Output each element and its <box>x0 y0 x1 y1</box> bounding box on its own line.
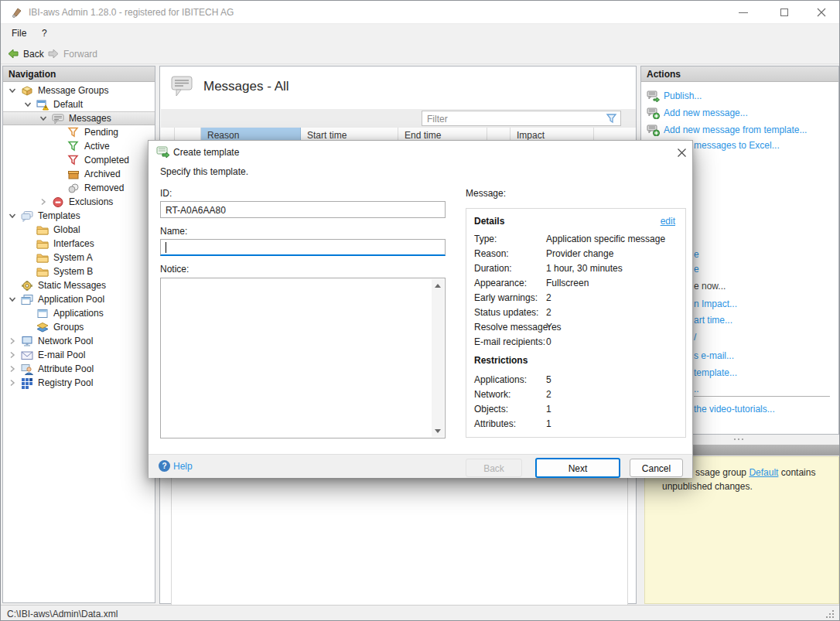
tree-item-system-b[interactable]: System B <box>3 264 155 278</box>
default-group-link[interactable]: Default <box>749 467 778 478</box>
id-label: ID: <box>160 188 172 199</box>
help-icon[interactable]: ? <box>159 460 170 472</box>
menu-help[interactable]: ? <box>42 28 47 39</box>
forward-nav-button[interactable]: Forward <box>47 46 97 61</box>
grid-icon <box>21 377 35 389</box>
filter-input[interactable]: Filter <box>422 111 621 126</box>
detail-label: Type: <box>474 234 497 244</box>
tree-item-email-pool[interactable]: E-mail Pool <box>3 348 155 362</box>
person-icon <box>21 363 35 375</box>
action-add-message-from-template[interactable]: Add new message from template... <box>641 121 838 138</box>
funnel-orange-icon <box>67 126 81 138</box>
default-group-icon <box>36 98 50 111</box>
tree-item-completed[interactable]: Completed <box>3 153 155 167</box>
folder-icon <box>36 237 50 250</box>
action-fragment-impact[interactable]: n Impact... <box>694 299 737 309</box>
tree-item-templates[interactable]: Templates <box>3 209 155 223</box>
tree-item-network-pool[interactable]: Network Pool <box>3 334 155 348</box>
navigation-header: Navigation <box>3 67 155 82</box>
notice-label: Notice: <box>160 264 189 275</box>
detail-label: Early warnings: <box>474 292 538 303</box>
resize-grip[interactable] <box>826 610 835 619</box>
tree-item-pending[interactable]: Pending <box>3 125 155 139</box>
action-fragment-start-time[interactable]: art time... <box>694 315 732 326</box>
edit-link[interactable]: edit <box>661 216 675 227</box>
tree-item-messages[interactable]: Messages <box>3 111 155 125</box>
maximize-button[interactable] <box>773 5 796 19</box>
tree-item-global[interactable]: Global <box>3 223 155 237</box>
folder-icon <box>36 265 50 278</box>
action-fragment-email[interactable]: s e-mail... <box>694 350 734 361</box>
id-field[interactable]: RT-A0A6AA80 <box>160 201 446 218</box>
chevron-right-icon <box>8 377 21 388</box>
close-icon[interactable] <box>810 5 833 19</box>
menu-bar: File ? <box>1 24 839 43</box>
menu-file[interactable]: File <box>12 28 26 39</box>
action-fragment-video-tutorials[interactable]: the video-tutorials... <box>694 404 775 415</box>
chevron-down-icon <box>39 113 52 124</box>
splitter-grip[interactable] <box>734 438 743 440</box>
details-heading: Details <box>474 216 504 227</box>
nav-toolbar: Back Forward <box>1 43 839 64</box>
notice-textarea[interactable] <box>160 278 446 438</box>
name-field[interactable] <box>160 239 446 256</box>
action-fragment[interactable]: e <box>694 264 699 275</box>
detail-value: Yes <box>546 322 562 333</box>
window-icon <box>36 307 50 319</box>
next-button[interactable]: Next <box>535 458 620 478</box>
forward-arrow-icon <box>47 48 60 60</box>
tree-item-exclusions[interactable]: Exclusions <box>3 195 155 209</box>
detail-value: 2 <box>546 307 551 318</box>
message-details-panel: Details edit Type: Application specific … <box>466 208 686 438</box>
cancel-button[interactable]: Cancel <box>630 459 683 477</box>
create-template-dialog: Create template Specify this template. I… <box>148 140 693 478</box>
action-fragment-template[interactable]: template... <box>694 367 737 378</box>
action-fragment-now[interactable]: e now... <box>694 281 726 292</box>
tree-item-application-pool[interactable]: Application Pool <box>3 292 155 306</box>
back-nav-button[interactable]: Back <box>7 46 44 61</box>
scroll-up-icon[interactable] <box>432 279 444 292</box>
action-fragment-export-excel[interactable]: messages to Excel... <box>694 140 780 151</box>
tree-item-interfaces[interactable]: Interfaces <box>3 237 155 251</box>
create-template-icon <box>156 145 170 161</box>
funnel-green-icon <box>67 140 81 152</box>
action-fragment[interactable]: .. <box>694 384 699 394</box>
add-message-icon <box>647 107 660 119</box>
tree-item-applications[interactable]: Applications <box>3 306 155 320</box>
monitor-icon <box>21 335 35 347</box>
back-button[interactable]: Back <box>466 459 522 477</box>
envelope-icon <box>21 349 35 361</box>
detail-label: Duration: <box>474 263 512 274</box>
detail-value: 2 <box>546 292 551 303</box>
tree-item-groups[interactable]: Groups <box>3 320 155 334</box>
tree-item-default[interactable]: Default <box>3 97 155 111</box>
action-add-new-message[interactable]: Add new message... <box>641 104 838 121</box>
restriction-label: Objects: <box>474 404 508 415</box>
tree-item-system-a[interactable]: System A <box>3 251 155 264</box>
filter-funnel-icon[interactable] <box>606 113 617 126</box>
messages-icon <box>170 74 195 100</box>
help-link[interactable]: Help <box>173 461 193 472</box>
chevron-down-icon <box>8 85 21 96</box>
title-bar: IBI-aws Admin 1.28.0 - registered for IB… <box>1 1 839 24</box>
tree-item-removed[interactable]: Removed <box>3 181 155 195</box>
text-caret <box>166 242 166 253</box>
chevron-down-icon <box>23 99 36 110</box>
minimize-button[interactable] <box>732 5 755 19</box>
tree-item-attribute-pool[interactable]: Attribute Pool <box>3 362 155 376</box>
close-icon[interactable] <box>671 144 691 161</box>
scroll-down-icon[interactable] <box>432 425 444 437</box>
restriction-value: 1 <box>546 418 551 429</box>
tree-item-message-groups[interactable]: Message Groups <box>3 84 155 97</box>
gear-icon <box>21 279 35 292</box>
tree-item-static-messages[interactable]: Static Messages <box>3 278 155 292</box>
scrollbar[interactable] <box>432 279 444 437</box>
action-publish[interactable]: Publish... <box>641 87 838 104</box>
tree-item-active[interactable]: Active <box>3 139 155 153</box>
status-bar: C:\IBI-aws\Admin\Data.xml <box>1 605 839 621</box>
tree-item-registry-pool[interactable]: Registry Pool <box>3 376 155 390</box>
action-fragment[interactable]: / <box>694 332 696 343</box>
action-fragment[interactable]: e <box>694 249 699 260</box>
tree-item-archived[interactable]: Archived <box>3 167 155 181</box>
actions-header: Actions <box>641 67 838 82</box>
